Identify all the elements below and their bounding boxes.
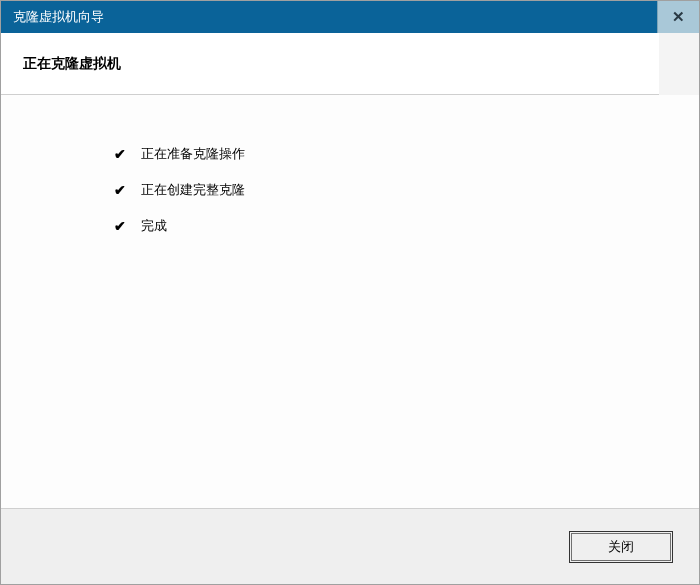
task-row: ✔ 完成 [111,217,699,235]
window-title: 克隆虚拟机向导 [13,8,104,26]
footer: 关闭 [1,508,699,584]
close-window-button[interactable]: ✕ [657,1,699,33]
titlebar: 克隆虚拟机向导 ✕ [1,1,699,33]
task-row: ✔ 正在创建完整克隆 [111,181,699,199]
header-decoration [659,33,699,95]
task-row: ✔ 正在准备克隆操作 [111,145,699,163]
check-icon: ✔ [111,217,129,235]
page-title: 正在克隆虚拟机 [23,55,121,73]
close-button[interactable]: 关闭 [571,533,671,561]
check-icon: ✔ [111,181,129,199]
task-label: 正在创建完整克隆 [141,181,245,199]
check-icon: ✔ [111,145,129,163]
header-strip: 正在克隆虚拟机 [1,33,699,95]
task-label: 完成 [141,217,167,235]
close-icon: ✕ [672,8,685,26]
wizard-window: 克隆虚拟机向导 ✕ 正在克隆虚拟机 ✔ 正在准备克隆操作 ✔ 正在创建完整克隆 … [0,0,700,585]
task-label: 正在准备克隆操作 [141,145,245,163]
content-area: ✔ 正在准备克隆操作 ✔ 正在创建完整克隆 ✔ 完成 [1,95,699,508]
